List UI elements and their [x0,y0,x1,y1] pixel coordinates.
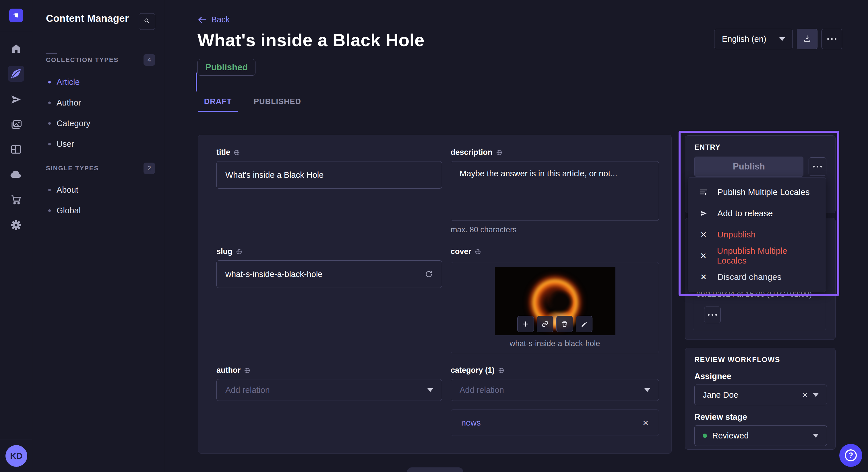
locale-select[interactable]: English (en) [714,29,793,49]
user-avatar[interactable]: KD [5,445,27,467]
bullet-dot [48,81,51,83]
section-collection-types: COLLECTION TYPES 4 [46,54,155,66]
review-workflows-panel: REVIEW WORKFLOWS Assignee Jane Doe × Rev… [685,348,836,450]
back-link[interactable]: Back [198,15,229,24]
assignee-label: Assignee [694,372,732,381]
rail-divider [0,440,32,440]
sidebar-item-article[interactable]: Article [46,72,161,92]
author-field-label: author [216,366,250,375]
panel-title: Content Manager [46,12,129,24]
paper-plane-icon [699,209,709,217]
menu-item-label: Unpublish [717,230,755,239]
description-value: Maybe the answer is in this article, or … [460,169,617,178]
back-label: Back [211,15,229,24]
delete-asset-button[interactable] [556,316,573,332]
remove-relation-icon[interactable]: × [643,418,648,428]
title-input[interactable]: What's inside a Black Hole [216,161,442,189]
sidebar-item-about[interactable]: About [46,179,161,200]
tab-draft[interactable]: DRAFT [198,93,238,110]
menu-item-unpublish-multiple-locales[interactable]: × Unpublish Multiple Locales [688,245,826,266]
edit-asset-button[interactable] [576,316,592,332]
review-workflows-title: REVIEW WORKFLOWS [694,356,780,364]
menu-item-label: Unpublish Multiple Locales [717,246,815,266]
back-arrow-icon [198,16,207,24]
chevron-down-icon [427,388,433,392]
regenerate-slug-icon[interactable] [425,270,433,278]
chevron-down-icon [644,388,650,392]
publish-button[interactable]: Publish [694,157,803,177]
releases-plane-icon[interactable] [0,92,32,107]
globe-icon [236,248,242,255]
gear-icon[interactable] [0,217,32,233]
sidebar-item-user[interactable]: User [46,134,161,154]
review-stage-select[interactable]: Reviewed [694,425,827,446]
globe-icon [498,367,504,374]
field-label-text: category (1) [451,366,495,375]
status-badge: Published [197,59,255,76]
assignee-select[interactable]: Jane Doe × [694,384,827,405]
header-more-button[interactable] [822,29,842,49]
content-manager-icon[interactable] [0,66,32,82]
menu-item-unpublish[interactable]: × Unpublish [688,224,826,245]
relation-placeholder: Add relation [460,385,504,395]
menu-item-discard-changes[interactable]: × Discard changes [688,266,826,288]
trash-icon [561,320,568,328]
download-icon [803,34,811,43]
ellipsis-icon [827,38,836,40]
bullet-dot [48,189,51,191]
ellipsis-icon [813,166,822,167]
version-tabs: DRAFT PUBLISHED [198,93,309,110]
relation-placeholder: Add relation [225,385,270,395]
field-label-text: cover [451,247,471,256]
active-item-indicator [196,72,197,92]
entry-actions-menu: Publish Multiple Locales Add to release … [688,177,826,292]
slug-input[interactable]: what-s-inside-a-black-hole [216,260,442,288]
help-button[interactable]: ? [839,444,862,467]
bullet-dot [48,122,51,125]
description-field-label: description [451,148,502,157]
search-button[interactable] [138,13,155,30]
clear-assignee-icon[interactable]: × [802,390,808,401]
page-title: What's inside a Black Hole [197,30,425,50]
cover-actions [517,316,592,332]
sidebar-item-label: User [57,139,74,149]
cart-icon[interactable] [0,192,32,208]
menu-item-publish-multiple-locales[interactable]: Publish Multiple Locales [688,181,826,203]
media-library-icon[interactable] [0,116,32,133]
sidebar-item-global[interactable]: Global [46,200,161,221]
review-stage-value: Reviewed [712,431,749,440]
section-count-badge: 2 [144,163,155,174]
content-type-builder-icon[interactable] [0,141,32,158]
globe-icon [234,149,240,156]
author-relation-select[interactable]: Add relation [216,379,442,401]
plus-icon [522,320,529,328]
home-icon[interactable] [0,41,32,57]
slug-field-label: slug [216,247,242,256]
entry-more-button[interactable] [809,158,826,176]
slug-input-value: what-s-inside-a-black-hole [225,270,322,279]
export-button[interactable] [797,29,817,49]
ellipsis-icon [708,314,717,316]
description-hint: max. 80 characters [451,225,517,234]
category-tag-link[interactable]: news [461,418,481,428]
section-single-types: SINGLE TYPES 2 [46,162,155,174]
link-icon [541,320,549,328]
active-tab-underline [198,111,238,112]
menu-item-add-to-release[interactable]: Add to release [688,203,826,224]
cross-icon: × [699,229,709,240]
strapi-logo[interactable] [9,9,23,22]
tab-published[interactable]: PUBLISHED [246,93,309,110]
description-textarea[interactable]: Maybe the answer is in this article, or … [451,161,659,221]
add-asset-button[interactable] [517,316,534,332]
release-more-button[interactable] [704,307,721,323]
cloud-icon[interactable] [0,166,32,182]
copy-link-button[interactable] [537,316,553,332]
sidebar-item-category[interactable]: Category [46,113,161,134]
category-relation-select[interactable]: Add relation [451,379,659,401]
add-component-button-partial[interactable] [407,467,463,472]
sidebar-item-label: Article [57,77,80,87]
menu-item-label: Publish Multiple Locales [717,187,810,197]
assignee-value: Jane Doe [703,390,738,400]
sidebar-rail: KD [0,0,32,472]
sidebar-item-author[interactable]: Author [46,92,161,113]
